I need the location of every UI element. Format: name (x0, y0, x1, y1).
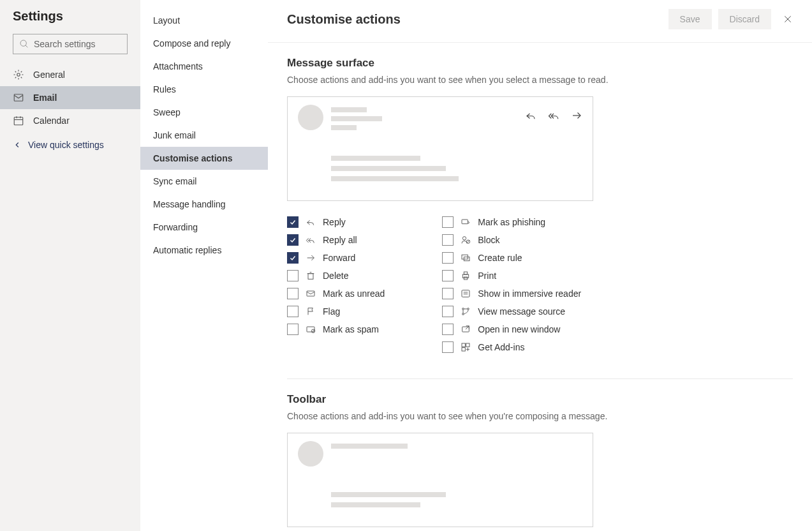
svg-rect-37 (462, 343, 465, 347)
delete-icon (306, 271, 316, 281)
action-delete[interactable]: Delete (287, 270, 385, 281)
action-icon (305, 271, 316, 281)
action-print[interactable]: Print (442, 270, 581, 281)
window-icon (461, 324, 471, 334)
content-scroll[interactable]: Message surface Choose actions and add-i… (268, 42, 812, 531)
action-icon (460, 342, 471, 352)
svg-point-21 (463, 237, 466, 240)
settings-main: Customise actions Save Discard Message s… (268, 0, 812, 531)
action-icon (305, 306, 316, 317)
checkbox[interactable] (442, 341, 454, 353)
view-quick-settings[interactable]: View quick settings (0, 135, 140, 155)
checkbox[interactable] (442, 270, 454, 281)
action-label: Block (478, 235, 499, 245)
preview-header-lines (331, 441, 408, 449)
action-icon (460, 271, 471, 281)
svg-line-1 (26, 45, 27, 47)
action-flag[interactable]: Flag (287, 306, 385, 317)
action-icon (460, 217, 471, 227)
checkbox[interactable] (442, 234, 454, 246)
action-label: Mark as phishing (478, 217, 545, 227)
action-label: Forward (323, 253, 355, 263)
checkbox[interactable] (442, 324, 454, 335)
spam-icon (306, 324, 316, 334)
save-button[interactable]: Save (668, 9, 712, 29)
action-label: Reply (323, 217, 346, 227)
settings-subnav: LayoutCompose and replyAttachmentsRulesS… (140, 0, 268, 531)
action-create-rule[interactable]: Create rule (442, 252, 581, 264)
subnav-item-layout[interactable]: Layout (140, 9, 268, 32)
checkbox[interactable] (442, 252, 454, 264)
action-label: Create rule (478, 253, 522, 263)
action-mark-as-phishing[interactable]: Mark as phishing (442, 216, 581, 228)
page-title: Customise actions (287, 12, 401, 27)
checkbox[interactable] (442, 306, 454, 317)
sidebar-item-label: Calendar (33, 116, 70, 126)
action-reply[interactable]: Reply (287, 216, 385, 228)
toolbar-preview-card (287, 433, 593, 527)
subnav-item-attachments[interactable]: Attachments (140, 55, 268, 78)
action-icon (305, 324, 316, 334)
reply-all-icon (306, 235, 316, 245)
action-icon (305, 235, 316, 245)
svg-point-32 (462, 308, 464, 310)
action-get-add-ins[interactable]: Get Add-ins (442, 341, 581, 353)
settings-sidebar: Settings General Email Calendar View qui… (0, 0, 140, 531)
checkbox[interactable] (442, 288, 454, 299)
search-input[interactable] (13, 34, 128, 54)
subnav-item-message-handling[interactable]: Message handling (140, 193, 268, 216)
svg-point-34 (462, 313, 464, 315)
subnav-item-sync-email[interactable]: Sync email (140, 170, 268, 193)
sidebar-item-email[interactable]: Email (0, 86, 140, 109)
checkbox[interactable] (287, 288, 299, 299)
action-label: Flag (323, 306, 340, 317)
subnav-item-forwarding[interactable]: Forwarding (140, 216, 268, 239)
addin-icon (461, 342, 471, 352)
action-block[interactable]: Block (442, 234, 581, 246)
action-forward[interactable]: Forward (287, 252, 385, 264)
checkbox[interactable] (287, 234, 299, 246)
sidebar-item-calendar[interactable]: Calendar (0, 109, 140, 132)
checkbox[interactable] (287, 324, 299, 335)
subnav-item-automatic-replies[interactable]: Automatic replies (140, 239, 268, 262)
subnav-item-customise-actions[interactable]: Customise actions (140, 147, 268, 170)
close-button[interactable] (783, 14, 793, 24)
action-open-in-new-window[interactable]: Open in new window (442, 324, 581, 335)
subnav-item-sweep[interactable]: Sweep (140, 101, 268, 124)
sidebar-item-label: Email (33, 93, 57, 103)
svg-rect-27 (464, 272, 468, 274)
calendar-icon (13, 115, 24, 126)
subnav-item-compose-and-reply[interactable]: Compose and reply (140, 32, 268, 55)
action-view-message-source[interactable]: View message source (442, 306, 581, 317)
svg-rect-15 (307, 291, 314, 296)
action-reply-all[interactable]: Reply all (287, 234, 385, 246)
discard-button[interactable]: Discard (718, 9, 771, 29)
action-label: Print (478, 271, 496, 281)
action-show-in-immersive-reader[interactable]: Show in immersive reader (442, 288, 581, 299)
avatar-placeholder (298, 441, 323, 467)
svg-rect-39 (462, 348, 465, 351)
section-desc-toolbar: Choose actions and add-ins you want to s… (287, 411, 793, 421)
sidebar-item-general[interactable]: General (0, 63, 140, 86)
checkbox[interactable] (287, 306, 299, 317)
svg-point-33 (468, 308, 469, 310)
checkbox[interactable] (442, 216, 454, 228)
action-icon (460, 288, 471, 299)
subnav-item-rules[interactable]: Rules (140, 78, 268, 101)
action-mark-as-spam[interactable]: Mark as spam (287, 324, 385, 335)
preview-header-lines (331, 105, 382, 130)
checkbox[interactable] (287, 270, 299, 281)
settings-title: Settings (13, 9, 140, 24)
action-mark-as-unread[interactable]: Mark as unread (287, 288, 385, 299)
checkbox[interactable] (287, 252, 299, 264)
svg-rect-12 (308, 274, 313, 280)
flag-icon (306, 306, 316, 317)
action-label: Mark as spam (323, 324, 379, 334)
section-title-toolbar: Toolbar (287, 393, 793, 406)
checkbox[interactable] (287, 216, 299, 228)
block-icon (461, 235, 471, 245)
sidebar-item-label: General (33, 70, 65, 80)
subnav-item-junk-email[interactable]: Junk email (140, 124, 268, 147)
search-wrap (13, 34, 128, 54)
message-preview-card (287, 96, 593, 201)
